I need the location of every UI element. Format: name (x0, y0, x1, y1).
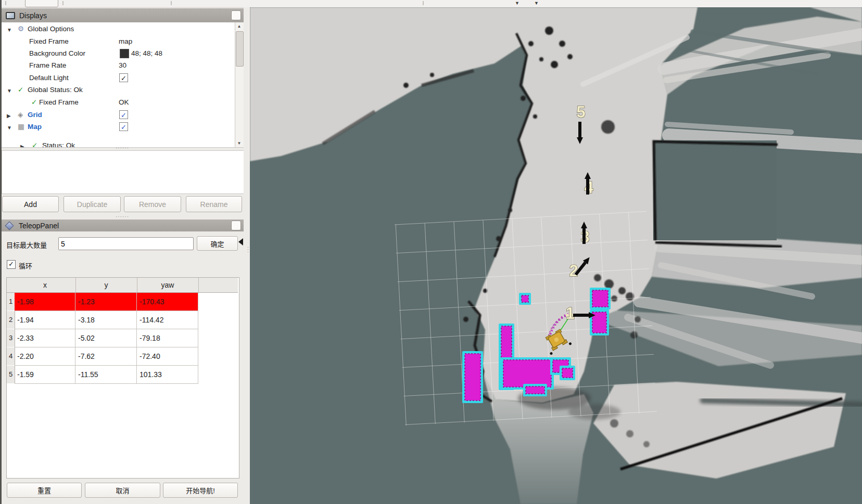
waypoint-number: 2 (569, 262, 578, 280)
toolbar-separator (62, 1, 64, 5)
cell-y[interactable]: -11.55 (75, 366, 137, 384)
scroll-up-icon[interactable]: ▲ (235, 22, 243, 30)
tree-row-global-status-ok[interactable]: ▼✓ Global Status: Ok (2, 84, 233, 96)
dock-splitter[interactable]: ··· (244, 7, 250, 504)
row-number[interactable]: 5 (7, 366, 15, 383)
teleop-panel-titlebar[interactable]: TeleopPanel (2, 219, 244, 231)
cell-x[interactable]: -1.59 (15, 366, 75, 384)
color-swatch[interactable] (120, 49, 129, 58)
obstacle-cells (503, 360, 551, 387)
map-icon: ▦ (18, 122, 24, 132)
cell-x[interactable]: -2.20 (15, 347, 75, 366)
render-view[interactable]: 54321 (250, 7, 862, 504)
gear-icon: ⚙ (18, 24, 24, 34)
scrollbar-thumb[interactable] (236, 31, 244, 67)
row-number[interactable]: 2 (7, 311, 15, 329)
grid-icon: ◈ (18, 110, 23, 120)
toolbar-dropdown-icon[interactable]: ▼ (534, 0, 539, 7)
duplicate-button: Duplicate (64, 196, 121, 212)
obstacle-cells (592, 290, 608, 307)
row-number[interactable]: 1 (7, 293, 15, 311)
displays-scrollbar[interactable]: ▲ ▼ (235, 22, 244, 147)
obstacle-cells (465, 354, 480, 400)
expander-icon[interactable]: ▼ (7, 123, 12, 133)
status-ok-icon: ✓ (18, 85, 23, 95)
rename-button: Rename (186, 196, 242, 212)
displays-icon (6, 12, 15, 19)
expander-icon[interactable]: ▼ (7, 25, 12, 35)
displays-float-button[interactable] (231, 10, 241, 20)
row-number[interactable]: 3 (7, 329, 15, 347)
tree-row-frame-rate[interactable]: Frame Rate30 (2, 59, 233, 72)
cell-y[interactable]: -7.62 (75, 347, 137, 366)
map-enclosed-room (653, 140, 782, 247)
tree-row-background-color[interactable]: Background Color 48; 48; 48 (2, 47, 233, 60)
cell-y[interactable]: -1.23 (75, 293, 137, 311)
cell-x[interactable]: -1.98 (15, 293, 75, 311)
cell-x[interactable]: -2.33 (15, 329, 75, 347)
column-header-y[interactable]: y (75, 278, 137, 292)
tree-row-fixed-frame[interactable]: Fixed Framemap (2, 35, 233, 48)
tree-row-grid[interactable]: ▶◈ Grid ✓ (2, 109, 233, 121)
expander-icon[interactable]: ▶ (20, 142, 24, 148)
toolbar-icon (5, 1, 6, 5)
tree-row-fixed-frame[interactable]: ✓ Fixed FrameOK (2, 96, 233, 109)
column-header-yaw[interactable]: yaw (137, 278, 199, 292)
obstacle-cells (562, 368, 573, 378)
map-dark-fuzz (568, 404, 620, 420)
table-header[interactable]: xyyaw (7, 278, 238, 293)
expander-icon[interactable]: ▶ (7, 111, 11, 121)
toolbar-separator (423, 1, 424, 5)
cell-yaw[interactable]: 101.33 (137, 366, 198, 384)
tree-row-map[interactable]: ▼▦ Map ✓ (2, 121, 233, 133)
start-navigation-button[interactable]: 开始导航! (163, 483, 238, 498)
map-canvas: 54321 (250, 7, 862, 504)
cell-yaw[interactable]: -79.18 (137, 329, 198, 347)
toolbar-separator (171, 1, 172, 5)
toolbar-dropdown-icon[interactable]: ▼ (515, 0, 519, 7)
toolbar: ▼ ▼ (0, 0, 862, 8)
loop-checkbox-label: 循环 (19, 261, 32, 270)
reset-button[interactable]: 重置 (7, 483, 82, 498)
waypoint-number: 5 (576, 103, 585, 121)
cell-yaw[interactable]: -114.42 (137, 311, 198, 329)
teleop-panel-title: TeleopPanel (19, 222, 59, 230)
cell-x[interactable]: -1.94 (15, 311, 75, 329)
displays-panel-titlebar[interactable]: Displays (2, 8, 244, 22)
tree-row-default-light[interactable]: Default Light ✓ (2, 72, 233, 84)
tree-row-global-options[interactable]: ▼⚙ Global Options (2, 23, 233, 35)
cancel-button[interactable]: 取消 (85, 483, 160, 498)
status-ok-icon: ✓ (31, 98, 37, 107)
waypoint-table[interactable]: xyyaw1-1.98-1.23-170.432-1.94-3.18-114.4… (6, 277, 239, 479)
loop-checkbox[interactable]: ✓ (7, 260, 16, 269)
obstacle-cells (522, 295, 528, 302)
confirm-button[interactable]: 确定 (197, 236, 238, 251)
cell-yaw[interactable]: -170.43 (137, 293, 198, 311)
displays-panel-title: Displays (19, 11, 47, 20)
splitter-dots[interactable]: ······ (116, 214, 129, 219)
waypoint-number: 1 (565, 304, 574, 322)
obstacle-cells (526, 386, 544, 394)
teleop-float-button[interactable] (231, 221, 241, 230)
remove-button: Remove (124, 196, 181, 212)
add-button[interactable]: Add (2, 196, 59, 212)
checkbox[interactable]: ✓ (119, 73, 128, 82)
collapse-left-icon[interactable] (238, 238, 243, 245)
cell-yaw[interactable]: -72.40 (137, 347, 198, 366)
description-box (2, 150, 244, 194)
checkbox[interactable]: ✓ (119, 110, 128, 119)
max-targets-label: 目标最大数量 (6, 240, 47, 250)
checkbox[interactable]: ✓ (119, 122, 128, 131)
scroll-down-icon[interactable]: ▼ (235, 139, 243, 147)
cell-y[interactable]: -3.18 (75, 311, 137, 329)
expander-icon[interactable]: ▼ (7, 86, 12, 96)
row-number[interactable]: 4 (7, 347, 15, 365)
cell-y[interactable]: -5.02 (75, 329, 137, 347)
max-targets-input[interactable] (58, 237, 194, 250)
teleop-panel-icon (5, 221, 14, 230)
status-ok-icon: ✓ (32, 141, 37, 148)
toolbar-partial-button[interactable] (25, 0, 58, 7)
column-header-x[interactable]: x (15, 278, 76, 292)
displays-tree[interactable]: ▼⚙ Global OptionsFixed FramemapBackgroun… (2, 22, 244, 148)
